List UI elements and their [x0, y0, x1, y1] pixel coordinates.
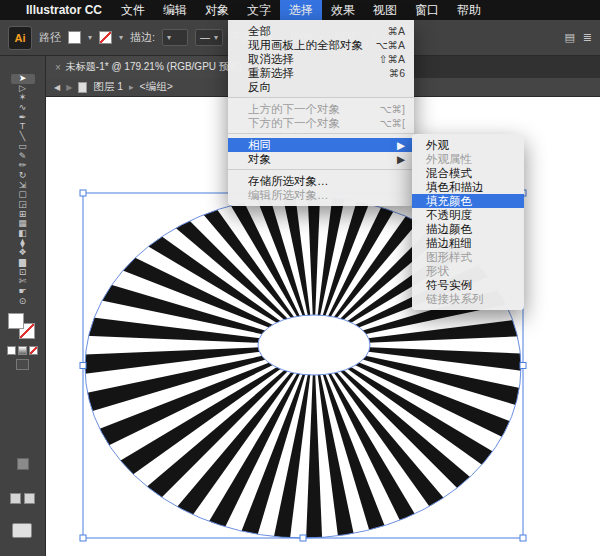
back-arrow-icon[interactable]: ◀ — [54, 83, 60, 92]
menu-item-label: 重新选择 — [248, 66, 294, 81]
submenu-item-label: 符号实例 — [426, 278, 472, 293]
zoom-tool[interactable]: ⊙ — [11, 297, 35, 307]
selection-handle[interactable] — [520, 535, 526, 541]
menu-item-12[interactable]: 存储所选对象… — [228, 174, 414, 188]
menu-bar: Illustrator CC 文件编辑对象文字选择效果视图窗口帮助 — [0, 0, 600, 20]
tools-panel: ➤▷✶∿✒T╲▭✎✏↻⇲▢◲⊞▦◧⧫❖▆⊡✄☛⊙ — [0, 56, 46, 556]
app-menu[interactable]: Illustrator CC — [24, 3, 112, 17]
menu-item-label: 相同 — [248, 138, 271, 153]
select-menu-dropdown: 全部⌘A现用画板上的全部对象⌥⌘A取消选择⇧⌘A重新选择⌘6反向上方的下一个对象… — [228, 20, 414, 206]
caret-down-icon[interactable]: ▾ — [119, 33, 123, 42]
menu-item-shortcut: ⇧⌘A — [379, 53, 405, 65]
fill-indicator-white[interactable] — [8, 313, 24, 329]
submenu-item-label: 描边粗细 — [426, 236, 472, 251]
menu-item-2[interactable]: 取消选择⇧⌘A — [228, 52, 414, 66]
selection-handle[interactable] — [520, 363, 526, 369]
forward-arrow-icon[interactable]: ▶ — [66, 83, 72, 92]
menubar-item-6[interactable]: 视图 — [364, 0, 406, 20]
menu-item-label: 存储所选对象… — [248, 174, 329, 189]
submenu-item-11[interactable]: 链接块系列 — [412, 292, 524, 306]
brush-definition-dropdown[interactable]: — ▾ — [195, 29, 223, 46]
illustrator-app-window: Illustrator CC 文件编辑对象文字选择效果视图窗口帮助 Ai 路径 … — [0, 0, 600, 556]
menu-item-shortcut: ⌘A — [387, 25, 405, 37]
menu-item-10[interactable]: 对象▶ — [228, 152, 414, 166]
illustrator-logo: Ai — [8, 26, 32, 50]
submenu-item-9[interactable]: 形状 — [412, 264, 524, 278]
submenu-item-label: 图形样式 — [426, 250, 472, 265]
screen-mode-button[interactable] — [12, 523, 32, 538]
breadcrumb-group[interactable]: <编组> — [140, 80, 173, 94]
submenu-item-0[interactable]: 外观 — [412, 138, 524, 152]
drawing-mode-button[interactable] — [16, 359, 29, 370]
artboard-nav-buttons — [10, 493, 35, 504]
stroke-color-swatch[interactable] — [99, 31, 112, 44]
same-submenu: 外观外观属性混合模式填色和描边填充颜色不透明度描边颜色描边粗细图形样式形状符号实… — [412, 134, 524, 310]
submenu-item-1[interactable]: 外观属性 — [412, 152, 524, 166]
menubar-item-3[interactable]: 文字 — [238, 0, 280, 20]
menubar-item-4[interactable]: 选择 — [280, 0, 322, 20]
submenu-item-2[interactable]: 混合模式 — [412, 166, 524, 180]
submenu-item-label: 链接块系列 — [426, 292, 484, 307]
brush-stroke-icon: — — [200, 32, 210, 43]
menubar-item-5[interactable]: 效果 — [322, 0, 364, 20]
selection-handle[interactable] — [80, 363, 86, 369]
menubar-item-1[interactable]: 编辑 — [154, 0, 196, 20]
menu-item-9[interactable]: 相同▶ — [228, 138, 414, 152]
chevron-right-icon: ▸ — [129, 82, 134, 92]
menu-item-6[interactable]: 上方的下一个对象⌥⌘] — [228, 102, 414, 116]
menu-bar-items: 文件编辑对象文字选择效果视图窗口帮助 — [112, 0, 490, 20]
selection-type-label: 路径 — [39, 30, 61, 45]
draw-mode-icon[interactable] — [17, 458, 29, 470]
menu-item-shortcut: ⌘6 — [389, 67, 405, 79]
menubar-item-8[interactable]: 帮助 — [448, 0, 490, 20]
menu-item-1[interactable]: 现用画板上的全部对象⌥⌘A — [228, 38, 414, 52]
artboard-nav-button[interactable] — [24, 493, 35, 504]
panel-menu-icon[interactable]: ≣ — [583, 31, 592, 44]
caret-down-icon[interactable]: ▾ — [88, 33, 92, 42]
submenu-item-4[interactable]: 填充颜色 — [412, 194, 524, 208]
selection-handle[interactable] — [80, 190, 86, 196]
menu-item-13[interactable]: 编辑所选对象… — [228, 188, 414, 202]
submenu-item-label: 不透明度 — [426, 208, 472, 223]
submenu-item-8[interactable]: 图形样式 — [412, 250, 524, 264]
document-setup-icon[interactable]: ▤ — [564, 31, 574, 44]
submenu-item-5[interactable]: 不透明度 — [412, 208, 524, 222]
menu-item-label: 下方的下一个对象 — [248, 116, 340, 131]
submenu-item-label: 外观属性 — [426, 152, 472, 167]
gradient-button[interactable] — [18, 346, 27, 355]
menubar-item-2[interactable]: 对象 — [196, 0, 238, 20]
stroke-weight-dropdown[interactable]: ▾ — [162, 29, 188, 46]
menu-item-label: 全部 — [248, 24, 271, 39]
caret-down-icon: ▾ — [167, 33, 171, 42]
menubar-item-0[interactable]: 文件 — [112, 0, 154, 20]
submenu-item-10[interactable]: 符号实例 — [412, 278, 524, 292]
layer-icon — [78, 82, 87, 93]
breadcrumb-layer[interactable]: 图层 1 — [93, 80, 123, 94]
menu-item-label: 编辑所选对象… — [248, 188, 329, 203]
menubar-item-7[interactable]: 窗口 — [406, 0, 448, 20]
artboard-nav-button[interactable] — [10, 493, 21, 504]
color-type-buttons — [0, 346, 45, 355]
selection-handle[interactable] — [300, 535, 306, 541]
fill-color-swatch[interactable] — [68, 31, 81, 44]
menu-item-label: 取消选择 — [248, 52, 294, 67]
submenu-item-label: 描边颜色 — [426, 222, 472, 237]
selection-handle[interactable] — [80, 535, 86, 541]
color-button[interactable] — [7, 346, 16, 355]
document-tab[interactable]: × 未标题-1* @ 179.21% (RGB/GPU 预览) — [46, 56, 252, 78]
submenu-item-3[interactable]: 填色和描边 — [412, 180, 524, 194]
submenu-arrow-icon: ▶ — [397, 139, 405, 151]
submenu-item-label: 外观 — [426, 138, 449, 153]
fill-stroke-indicator[interactable] — [8, 313, 38, 342]
menu-item-3[interactable]: 重新选择⌘6 — [228, 66, 414, 80]
submenu-item-label: 形状 — [426, 264, 449, 279]
menu-item-0[interactable]: 全部⌘A — [228, 24, 414, 38]
menu-separator — [228, 97, 414, 98]
menu-item-4[interactable]: 反向 — [228, 80, 414, 94]
submenu-item-6[interactable]: 描边颜色 — [412, 222, 524, 236]
submenu-item-7[interactable]: 描边粗细 — [412, 236, 524, 250]
close-icon[interactable]: × — [55, 62, 61, 73]
menu-item-label: 现用画板上的全部对象 — [248, 38, 363, 53]
menu-item-7[interactable]: 下方的下一个对象⌥⌘[ — [228, 116, 414, 130]
none-button[interactable] — [29, 346, 38, 355]
